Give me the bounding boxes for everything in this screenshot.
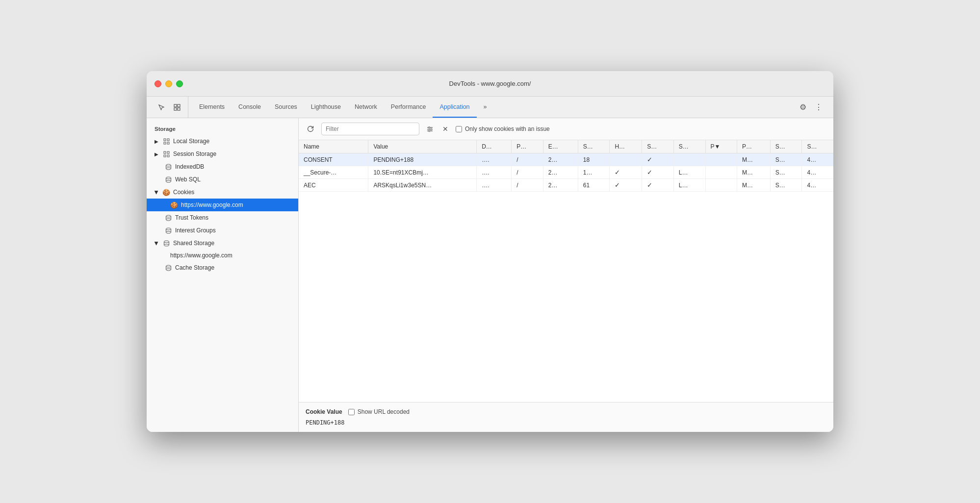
show-url-decoded-checkbox[interactable] [348,409,355,415]
shared-storage-google-label: https://www.google.com [170,252,232,259]
table-cell: ✓ [642,166,674,179]
filter-actions: ✕ [423,123,452,135]
sidebar-item-session-storage[interactable]: ▶ Session Storage [147,148,298,160]
col-value[interactable]: Value [368,140,477,153]
table-cell [610,153,642,166]
session-storage-label: Session Storage [173,151,216,157]
col-s[interactable]: S… [578,140,610,153]
refresh-button[interactable] [304,122,317,136]
cookies-label: Cookies [173,189,194,196]
tab-list: Elements Console Sources Lighthouse Netw… [192,97,792,118]
table-cell: ✓ [642,179,674,192]
table-cell: …. [477,153,512,166]
sidebar-item-cookies-google[interactable]: 🍪 https://www.google.com [147,199,298,211]
arrow-down-icon: ▶ [154,241,159,245]
table-cell: / [512,179,543,192]
sidebar-item-shared-storage-google[interactable]: https://www.google.com [147,250,298,261]
col-s5[interactable]: S… [802,140,833,153]
tab-more[interactable]: » [477,97,494,118]
close-button[interactable] [155,80,161,87]
table-cell: PENDING+188 [368,153,477,166]
table-cell: ✓ [610,179,642,192]
col-s4[interactable]: S… [770,140,802,153]
table-row[interactable]: AECARSKqsLi1w3e5SN……./2…61✓✓L…M…S…4… [299,179,833,192]
table-cell: ✓ [610,166,642,179]
sidebar-item-local-storage[interactable]: ▶ Local Storage [147,135,298,148]
svg-point-39 [428,126,430,128]
col-s2[interactable]: S… [642,140,674,153]
svg-rect-5 [167,139,169,141]
svg-point-24 [166,228,171,230]
websql-label: Web SQL [175,176,201,183]
svg-rect-6 [164,142,166,144]
cursor-icon[interactable] [155,101,168,114]
svg-point-40 [430,128,432,130]
cookie-small-icon: 🍪 [170,201,178,209]
sidebar-item-trust-tokens[interactable]: Trust Tokens [147,211,298,224]
db-icon [162,239,170,247]
only-issue-checkbox[interactable] [456,126,462,132]
col-s3[interactable]: S… [673,140,705,153]
sidebar-item-cache-storage[interactable]: Cache Storage [147,261,298,274]
col-p2[interactable]: P… [737,140,771,153]
sidebar-item-interest-groups[interactable]: Interest Groups [147,224,298,237]
sidebar-item-websql[interactable]: Web SQL [147,173,298,186]
table-row[interactable]: __Secure-…10.SE=nt91XCBmj……./2…1…✓✓L…M…S… [299,166,833,179]
filter-options-icon[interactable] [423,123,436,135]
col-p[interactable]: P… [512,140,543,153]
col-pv[interactable]: P▼ [705,140,737,153]
table-cell: 10.SE=nt91XCBmj… [368,166,477,179]
indexeddb-label: IndexedDB [175,163,204,170]
settings-icon[interactable]: ⚙ [796,101,810,114]
tab-application[interactable]: Application [433,97,476,118]
table-cell: S… [770,153,802,166]
arrow-icon: ▶ [155,151,158,157]
table-cell: …. [477,179,512,192]
only-issue-checkbox-wrap[interactable]: Only show cookies with an issue [456,126,550,132]
content-area: ✕ Only show cookies with an issue Name V… [299,118,833,432]
arrow-down-icon: ▶ [154,190,159,194]
table-cell: ARSKqsLi1w3e5SN… [368,179,477,192]
table-cell: 1… [578,166,610,179]
toolbar: Elements Console Sources Lighthouse Netw… [147,97,833,118]
col-h[interactable]: H… [610,140,642,153]
clear-filter-icon[interactable]: ✕ [439,123,452,135]
tab-lighthouse[interactable]: Lighthouse [304,97,348,118]
maximize-button[interactable] [176,80,183,87]
tab-sources[interactable]: Sources [268,97,304,118]
svg-rect-8 [164,151,166,153]
trust-tokens-label: Trust Tokens [175,214,208,221]
table-cell [705,179,737,192]
minimize-button[interactable] [165,80,172,87]
storage-header: Storage [147,123,298,135]
tab-performance[interactable]: Performance [384,97,433,118]
show-url-decoded-wrap[interactable]: Show URL decoded [348,408,410,415]
cookie-value-label: Cookie Value [306,408,342,415]
col-d[interactable]: D… [477,140,512,153]
svg-rect-7 [167,142,169,144]
table-cell: M… [737,153,771,166]
shared-storage-label: Shared Storage [173,240,214,247]
tab-console[interactable]: Console [232,97,268,118]
cookie-value-header: Cookie Value Show URL decoded [306,408,826,415]
table-cell: / [512,153,543,166]
db-icon [164,163,172,171]
tab-elements[interactable]: Elements [192,97,232,118]
table-cell: 2… [543,166,578,179]
table-row[interactable]: CONSENTPENDING+188…./2…18✓M…S…4… [299,153,833,166]
inspect-icon[interactable] [170,101,184,114]
tab-network[interactable]: Network [348,97,384,118]
col-name[interactable]: Name [299,140,368,153]
filter-input[interactable] [321,123,419,135]
db-icon [164,264,172,272]
sidebar-item-indexeddb[interactable]: IndexedDB [147,160,298,173]
titlebar: DevTools - www.google.com/ [147,71,833,97]
svg-rect-0 [174,104,177,107]
more-options-icon[interactable]: ⋮ [812,101,825,114]
svg-point-35 [166,269,171,271]
table-cell: S… [770,179,802,192]
sidebar-item-cookies[interactable]: ▶ 🍪 Cookies [147,186,298,199]
col-e[interactable]: E… [543,140,578,153]
svg-rect-10 [164,155,166,157]
sidebar-item-shared-storage[interactable]: ▶ Shared Storage [147,237,298,250]
